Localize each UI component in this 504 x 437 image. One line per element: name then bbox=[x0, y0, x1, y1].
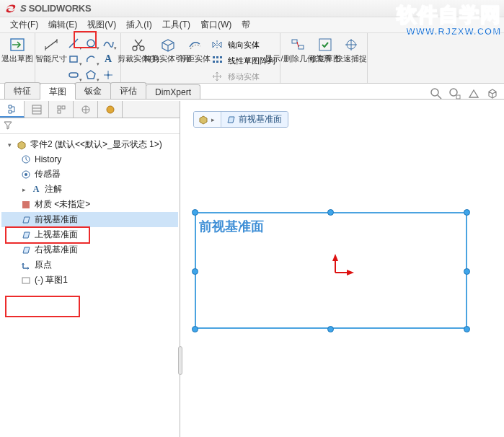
fm-tab-config[interactable] bbox=[49, 101, 74, 118]
tab-sketch[interactable]: 草图 bbox=[40, 83, 76, 100]
tree-sensors[interactable]: 传感器 bbox=[1, 167, 178, 182]
convert-entities-button[interactable]: 转换实体引用 bbox=[153, 35, 182, 65]
history-icon bbox=[20, 154, 32, 165]
exit-sketch-label: 退出草图 bbox=[1, 55, 33, 63]
svg-rect-4 bbox=[69, 73, 78, 77]
handle-bm[interactable] bbox=[327, 326, 334, 332]
handle-br[interactable] bbox=[464, 326, 470, 332]
repair-sketch-icon bbox=[317, 36, 334, 53]
tab-sheetmetal[interactable]: 钣金 bbox=[75, 82, 111, 99]
collapse-icon[interactable]: ▾ bbox=[6, 141, 13, 149]
tab-features[interactable]: 特征 bbox=[4, 82, 40, 99]
tree-front-plane-label: 前视基准面 bbox=[35, 213, 78, 226]
expand-icon[interactable]: ▸ bbox=[20, 186, 27, 193]
splitter-handle[interactable] bbox=[178, 346, 182, 375]
feature-manager-tabs bbox=[0, 101, 180, 118]
svg-rect-31 bbox=[62, 106, 65, 109]
handle-bl[interactable] bbox=[192, 326, 198, 332]
svg-point-2 bbox=[87, 40, 94, 47]
svg-point-23 bbox=[431, 89, 438, 96]
tab-evaluate[interactable]: 评估 bbox=[110, 82, 146, 99]
solidworks-logo-icon bbox=[4, 2, 17, 15]
move-entities-button: 移动实体 bbox=[228, 71, 260, 82]
svg-rect-40 bbox=[22, 201, 30, 208]
svg-marker-5 bbox=[87, 71, 95, 79]
breadcrumb-plane[interactable]: 前视基准面 bbox=[221, 112, 288, 127]
svg-rect-3 bbox=[70, 56, 77, 62]
zoom-area-icon[interactable] bbox=[448, 87, 462, 101]
spline-tool-button[interactable]: ▾ bbox=[100, 36, 116, 50]
show-hide-relations-button[interactable]: 显示/删除几何关系 bbox=[283, 35, 312, 65]
polygon-tool-button[interactable]: ▾ bbox=[83, 68, 99, 82]
ribbon-group-exit: 退出草图 bbox=[0, 33, 35, 83]
smart-dimension-button[interactable]: 智能尺寸 bbox=[38, 35, 64, 65]
fm-tab-appearance[interactable] bbox=[98, 101, 123, 118]
svg-rect-19 bbox=[319, 39, 331, 50]
handle-ml[interactable] bbox=[192, 268, 198, 275]
handle-tm[interactable] bbox=[327, 209, 334, 216]
handle-tr[interactable] bbox=[464, 209, 470, 216]
offset-entities-button[interactable]: 等距实体 bbox=[182, 35, 208, 65]
svg-rect-27 bbox=[32, 105, 41, 114]
tree-origin[interactable]: 原点 bbox=[1, 257, 178, 273]
trim-icon bbox=[130, 36, 147, 53]
breadcrumb-part[interactable]: ▸ bbox=[194, 112, 221, 127]
graphics-area[interactable]: ▸ 前视基准面 前视基准面 bbox=[180, 101, 504, 437]
breadcrumb-plane-label: 前视基准面 bbox=[239, 113, 282, 125]
quick-snap-label: 快速捕捉 bbox=[335, 55, 367, 63]
menu-window[interactable]: 窗口(W) bbox=[196, 17, 236, 32]
tree-history[interactable]: History bbox=[1, 152, 178, 167]
svg-rect-26 bbox=[456, 95, 460, 99]
handle-tl[interactable] bbox=[192, 209, 198, 216]
svg-rect-32 bbox=[58, 110, 61, 113]
plane-icon bbox=[226, 115, 236, 125]
menu-help[interactable]: 帮 bbox=[237, 17, 255, 32]
repair-sketch-button[interactable]: 修复草图 bbox=[312, 35, 338, 65]
view-orientation-icon[interactable] bbox=[485, 87, 500, 101]
tree-root[interactable]: ▾ 零件2 (默认<<默认>_显示状态 1>) bbox=[1, 137, 178, 152]
filter-row[interactable] bbox=[0, 118, 180, 134]
sketch-icon bbox=[20, 275, 32, 286]
tree-annotations[interactable]: ▸ A 注解 bbox=[1, 182, 178, 197]
rectangle-tool-button[interactable]: ▾ bbox=[66, 52, 81, 66]
tree-top-plane[interactable]: 上视基准面 bbox=[1, 227, 178, 242]
exit-sketch-button[interactable]: 退出草图 bbox=[3, 35, 32, 65]
menu-insert[interactable]: 插入(I) bbox=[122, 17, 156, 32]
line-tool-button[interactable]: ▾ bbox=[66, 36, 81, 50]
svg-rect-30 bbox=[58, 106, 61, 109]
slot-tool-button[interactable]: ▾ bbox=[66, 68, 81, 82]
menu-edit[interactable]: 编辑(E) bbox=[44, 17, 81, 32]
tree-right-plane[interactable]: 右视基准面 bbox=[1, 242, 178, 257]
svg-line-24 bbox=[438, 95, 441, 99]
tree-sketch1[interactable]: (-) 草图1 bbox=[1, 273, 178, 288]
text-tool-button[interactable]: A bbox=[100, 52, 116, 66]
headsup-toolbar bbox=[429, 87, 500, 101]
fm-tab-dimxpert[interactable] bbox=[74, 101, 98, 118]
zoom-fit-icon[interactable] bbox=[429, 87, 443, 101]
tree-history-label: History bbox=[35, 154, 61, 164]
svg-rect-13 bbox=[220, 56, 222, 58]
offset-entities-icon bbox=[186, 36, 203, 53]
menu-view[interactable]: 视图(V) bbox=[83, 17, 120, 32]
menu-file[interactable]: 文件(F) bbox=[6, 17, 43, 32]
arc-tool-button[interactable]: ▾ bbox=[83, 52, 99, 66]
menu-tools[interactable]: 工具(T) bbox=[158, 17, 195, 32]
relations-icon bbox=[289, 36, 306, 53]
fm-tab-property[interactable] bbox=[25, 101, 49, 118]
linear-pattern-icon bbox=[209, 53, 225, 68]
quick-snap-button[interactable]: 快速捕捉 bbox=[338, 35, 364, 65]
handle-mr[interactable] bbox=[464, 268, 470, 275]
mirror-button[interactable]: 镜向实体 bbox=[228, 40, 260, 50]
tab-dimxpert[interactable]: DimXpert bbox=[146, 84, 200, 99]
sketch-tools-grid: ▾ ▾ ▾ ▾ ▾ A ▾ ▾ bbox=[64, 35, 118, 84]
mirror-icon bbox=[209, 37, 225, 52]
tree-sensors-label: 传感器 bbox=[35, 168, 61, 180]
tree-sketch1-label: (-) 草图1 bbox=[35, 274, 68, 286]
fm-tab-tree[interactable] bbox=[0, 101, 25, 118]
plane-boundary[interactable] bbox=[195, 212, 467, 329]
circle-tool-button[interactable]: ▾ bbox=[83, 36, 99, 50]
tree-material[interactable]: 材质 <未指定> bbox=[1, 197, 178, 212]
section-view-icon[interactable] bbox=[467, 87, 481, 101]
tree-front-plane[interactable]: 前视基准面 bbox=[1, 212, 178, 227]
point-tool-button[interactable] bbox=[100, 68, 116, 82]
